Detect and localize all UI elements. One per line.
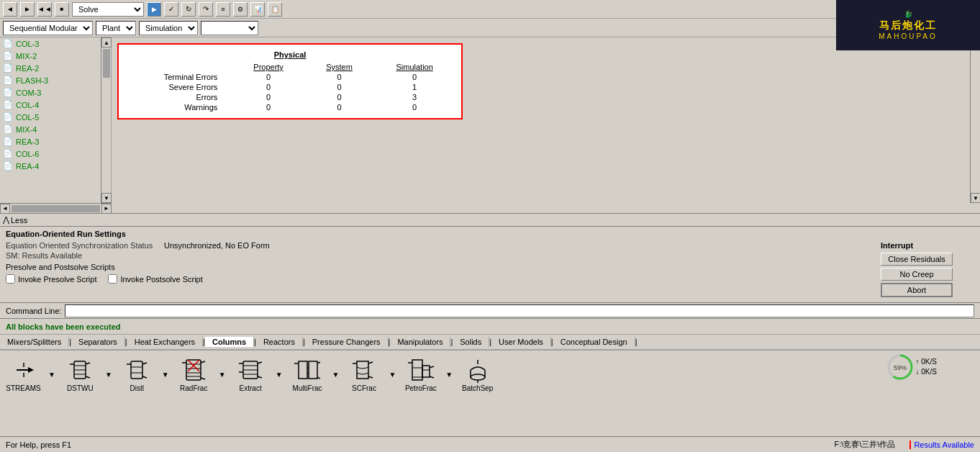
petrofrac-arrow[interactable]: ▼ — [444, 371, 454, 379]
command-input[interactable] — [65, 304, 974, 317]
step-btn[interactable]: ↷ — [199, 2, 213, 17]
radfrac-arrow[interactable]: ▼ — [217, 371, 227, 379]
sidebar-h-scrollbar[interactable]: ◄ ► — [0, 203, 112, 213]
close-residuals-btn[interactable]: Close Residuals — [881, 253, 953, 266]
svg-line-36 — [258, 362, 262, 363]
extract-arrow[interactable]: ▼ — [274, 371, 284, 379]
invoke-postsolve-label: Invoke Postsolve Script — [120, 275, 202, 284]
tool2-btn[interactable]: 📊 — [250, 2, 265, 17]
mode-select-4[interactable] — [201, 21, 258, 35]
sidebar-item-rea2[interactable]: 📄 REA-2 — [0, 62, 101, 74]
tab-conceptual-design[interactable]: Conceptual Design — [553, 337, 635, 347]
results-status: Results Available — [909, 440, 974, 449]
less-label: Less — [11, 216, 27, 225]
interrupt-label: Interrupt — [881, 241, 974, 250]
progress-svg: 59% — [887, 354, 913, 380]
row-property-warnings: 0 — [232, 102, 305, 112]
sidebar-item-col4[interactable]: 📄 COL-4 — [0, 99, 101, 111]
tab-mixers-splitters[interactable]: Mixers/Splitters — [0, 337, 69, 347]
scroll-down-arrow[interactable]: ▼ — [101, 193, 112, 203]
nav-fwd-btn[interactable]: ► — [20, 2, 35, 17]
sidebar-item-col3[interactable]: 📄 COL-3 — [0, 37, 101, 50]
row-system-severe: 0 — [305, 82, 373, 92]
tab-heat-exchangers[interactable]: Heat Exchangers — [127, 337, 203, 347]
comp-multifrac-label: MultiFrac — [292, 384, 322, 392]
comp-streams[interactable]: STREAMS — [0, 356, 47, 394]
comp-batchsep[interactable]: BatchSep — [454, 356, 501, 394]
footer-path: F:\竞赛\三井\作品 — [834, 439, 895, 450]
sidebar-item-label: MIX-4 — [16, 125, 37, 134]
solve-dropdown[interactable]: Solve — [72, 2, 144, 17]
doc-icon: 📄 — [3, 88, 13, 97]
nav-start-btn[interactable]: ◄◄ — [37, 2, 52, 17]
h-scroll-right[interactable]: ► — [101, 204, 112, 214]
col-header-empty — [124, 62, 232, 72]
svg-line-19 — [142, 376, 147, 378]
comp-scfrac[interactable]: SCFrac — [340, 356, 387, 394]
doc-icon: 📄 — [3, 63, 13, 73]
sidebar-scrollbar[interactable]: ▲ ▼ — [101, 37, 111, 203]
check-btn[interactable]: ✓ — [164, 2, 178, 17]
multifrac-arrow[interactable]: ▼ — [331, 371, 341, 379]
row-property-severe: 0 — [232, 82, 305, 92]
down-rate: ↓ 0K/S — [916, 367, 937, 377]
dstwu-arrow[interactable]: ▼ — [104, 371, 114, 379]
tab-separators[interactable]: Separators — [71, 337, 125, 347]
tab-manipulators[interactable]: Manipulators — [390, 337, 450, 347]
petrofrac-icon — [408, 357, 434, 383]
tool1-btn[interactable]: ⚙ — [233, 2, 248, 17]
mode-select-2[interactable]: Plant — [96, 21, 136, 35]
progress-area: 59% ↑ 0K/S ↓ 0K/S — [887, 354, 937, 380]
main-scrollbar[interactable]: ▲ ▼ — [970, 37, 980, 203]
comp-multifrac[interactable]: MultiFrac — [284, 356, 331, 394]
nav-end-btn[interactable]: ■ — [55, 2, 69, 17]
abort-btn[interactable]: Abort — [881, 283, 953, 297]
comp-distl[interactable]: Distl — [114, 356, 160, 394]
tab-pressure-changers[interactable]: Pressure Changers — [305, 337, 389, 347]
sidebar-item-rea4[interactable]: 📄 REA-4 — [0, 160, 101, 172]
comp-radfrac[interactable]: RadFrac — [171, 356, 217, 394]
mode-select-1[interactable]: Sequential Modular — [3, 21, 93, 35]
mode-select-3[interactable]: Simulation — [139, 21, 198, 35]
sidebar-item-rea3[interactable]: 📄 REA-3 — [0, 135, 101, 148]
less-toggle[interactable]: ⋀ Less — [0, 213, 980, 226]
tab-solids[interactable]: Solids — [453, 337, 489, 347]
no-creep-btn[interactable]: No Creep — [881, 268, 953, 281]
tab-columns[interactable]: Columns — [205, 337, 254, 347]
h-scroll-left[interactable]: ◄ — [0, 204, 10, 214]
sidebar-item-label: COL-6 — [16, 150, 39, 158]
sidebar-item-flash3[interactable]: 📄 FLASH-3 — [0, 74, 101, 86]
sidebar-item-col5[interactable]: 📄 COL-5 — [0, 111, 101, 123]
run-btn[interactable]: ▶ — [147, 2, 161, 17]
sidebar-item-col6[interactable]: 📄 COL-6 — [0, 148, 101, 160]
streams-arrow[interactable]: ▼ — [47, 371, 57, 379]
main-scroll-down[interactable]: ▼ — [971, 193, 980, 203]
extract-svg — [237, 357, 263, 383]
options-btn[interactable]: ≡ — [216, 2, 230, 17]
logo-line2: MAHOUPAO — [879, 32, 938, 40]
comp-petrofrac[interactable]: PetroFrac — [397, 356, 444, 394]
multifrac-svg — [294, 357, 320, 383]
sidebar-item-label: FLASH-3 — [16, 76, 48, 85]
invoke-presolve-checkbox[interactable] — [6, 274, 15, 284]
refresh-btn[interactable]: ↻ — [181, 2, 196, 17]
comp-extract[interactable]: Extract — [227, 356, 274, 394]
svg-line-12 — [86, 363, 90, 364]
sidebar-item-mix4[interactable]: 📄 MIX-4 — [0, 123, 101, 135]
scfrac-arrow[interactable]: ▼ — [387, 371, 397, 379]
sidebar-item-mix2[interactable]: 📄 MIX-2 — [0, 50, 101, 62]
nav-back-btn[interactable]: ◄ — [3, 2, 17, 17]
dstwu-svg — [67, 357, 93, 383]
comp-dstwu[interactable]: DSTWU — [57, 356, 104, 394]
invoke-postsolve-checkbox[interactable] — [108, 274, 117, 284]
svg-point-57 — [471, 374, 485, 380]
distl-arrow[interactable]: ▼ — [160, 371, 171, 379]
error-table: Property System Simulation Terminal Erro… — [124, 62, 455, 112]
sidebar-item-com3[interactable]: 📄 COM-3 — [0, 86, 101, 99]
scroll-up-arrow[interactable]: ▲ — [101, 37, 112, 48]
tab-user-models[interactable]: User Models — [491, 337, 551, 347]
tab-reactors[interactable]: Reactors — [256, 337, 303, 347]
svg-line-18 — [142, 363, 147, 364]
dstwu-icon — [67, 357, 93, 383]
tool3-btn[interactable]: 📋 — [268, 2, 282, 17]
